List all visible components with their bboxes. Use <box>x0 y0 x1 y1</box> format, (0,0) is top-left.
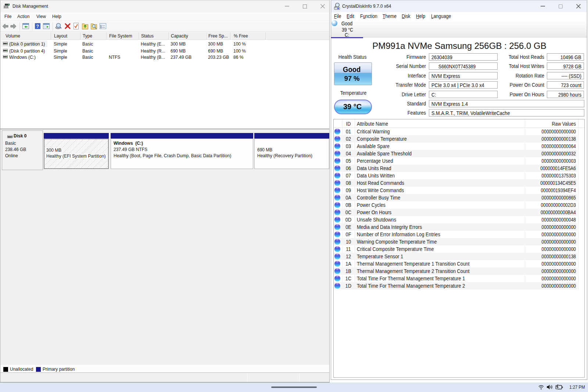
svg-text:?: ? <box>36 24 39 29</box>
